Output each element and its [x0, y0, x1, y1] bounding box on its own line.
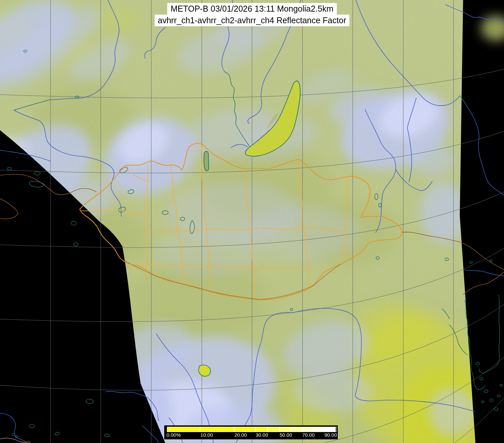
- colorbar: 0.00%10.0020.0030.0050.0070.0090.00: [164, 425, 338, 439]
- colorbar-segment: [256, 427, 268, 432]
- colorbar-tick-label: 30.00: [256, 432, 268, 438]
- colorbar-tick-label: 0.00%: [167, 432, 181, 438]
- colorbar-segment: [167, 427, 200, 432]
- colorbar-segment: [280, 427, 291, 432]
- colorbar-tick-label: 10.00: [200, 432, 213, 438]
- colorbar-segment: [234, 427, 256, 432]
- satellite-image-viewport: METOP-B 03/01/2026 13:11 Mongolia2.5km a…: [0, 0, 504, 443]
- colorbar-segment: [291, 427, 302, 432]
- colorbar-tick-label: 90.00: [324, 432, 337, 438]
- colorbar-tick-label: 20.00: [234, 432, 247, 438]
- colorbar-tick-label: 70.00: [302, 432, 315, 438]
- colorbar-labels: 0.00%10.0020.0030.0050.0070.0090.00: [164, 432, 338, 439]
- colorbar-segment: [200, 427, 234, 432]
- title-line2: avhrr_ch1-avhrr_ch2-avhrr_ch4 Reflectanc…: [155, 15, 350, 26]
- satellite-map: [0, 0, 504, 443]
- colorbar-tick-label: 50.00: [280, 432, 292, 438]
- colorbar-segment: [313, 427, 324, 432]
- colorbar-segment: [302, 427, 313, 432]
- colorbar-bar: [167, 427, 337, 432]
- title-line1: METOP-B 03/01/2026 13:11 Mongolia2.5km: [167, 3, 337, 15]
- colorbar-segment: [324, 427, 336, 432]
- colorbar-segment: [268, 427, 280, 432]
- title-block: METOP-B 03/01/2026 13:11 Mongolia2.5km a…: [0, 3, 504, 26]
- lake-khovsgol: [204, 151, 209, 171]
